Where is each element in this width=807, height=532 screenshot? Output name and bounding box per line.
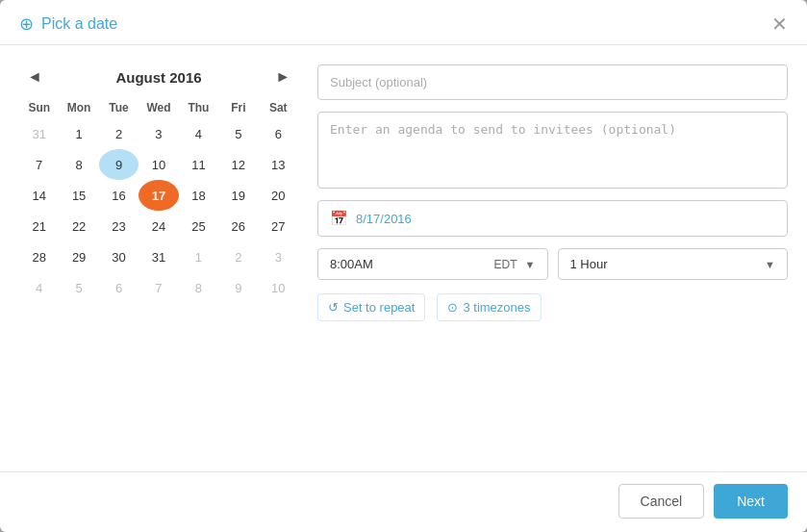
modal-title: ⊕ Pick a date: [19, 13, 117, 35]
prev-month-button[interactable]: ◄: [19, 64, 50, 89]
calendar-day[interactable]: 26: [218, 211, 258, 241]
time-select[interactable]: 8:00AM EDT ▼: [317, 248, 548, 280]
cancel-button[interactable]: Cancel: [618, 484, 705, 519]
calendar-day[interactable]: 21: [19, 211, 59, 241]
calendar-day: 2: [218, 241, 258, 272]
calendar-day: 5: [59, 272, 98, 303]
calendar-day[interactable]: 24: [139, 211, 178, 241]
calendar-day[interactable]: 15: [59, 180, 98, 211]
timezones-button[interactable]: ⊙ 3 timezones: [437, 293, 541, 321]
calendar-day[interactable]: 31: [139, 241, 178, 272]
calendar-day: 6: [99, 272, 139, 303]
calendar-day[interactable]: 8: [59, 149, 98, 180]
close-button[interactable]: ✕: [771, 14, 788, 34]
calendar-day[interactable]: 27: [259, 211, 298, 241]
action-links: ↺ Set to repeat ⊙ 3 timezones: [317, 293, 788, 321]
modal-body: ◄ August 2016 ► SunMonTueWedThuFriSat 31…: [0, 45, 807, 471]
calendar-day: 31: [19, 118, 59, 149]
repeat-icon: ↺: [328, 300, 339, 315]
subject-input[interactable]: [317, 64, 788, 100]
calendar-day[interactable]: 6: [259, 118, 298, 149]
next-month-button[interactable]: ►: [267, 64, 298, 89]
calendar-grid: SunMonTueWedThuFriSat 311234567891011121…: [19, 97, 298, 303]
calendar-day: 9: [218, 272, 258, 303]
duration-select[interactable]: 1 Hour ▼: [558, 248, 789, 280]
calendar-month-year: August 2016: [115, 69, 201, 86]
set-to-repeat-button[interactable]: ↺ Set to repeat: [317, 293, 425, 321]
duration-value: 1 Hour: [570, 257, 766, 271]
calendar-weekday: Tue: [99, 97, 139, 118]
calendar-nav: ◄ August 2016 ►: [19, 64, 298, 89]
set-to-repeat-label: Set to repeat: [343, 300, 415, 315]
calendar-plus-icon: ⊕: [19, 13, 34, 35]
calendar-day[interactable]: 10: [139, 149, 178, 180]
time-row: 8:00AM EDT ▼ 1 Hour ▼: [317, 248, 788, 280]
calendar-day[interactable]: 25: [179, 211, 218, 241]
calendar-day[interactable]: 2: [99, 118, 139, 149]
duration-dropdown-arrow: ▼: [765, 259, 775, 270]
calendar-day[interactable]: 20: [259, 180, 298, 211]
calendar-day[interactable]: 19: [218, 180, 258, 211]
selected-date: 8/17/2016: [356, 212, 412, 226]
calendar-day: 7: [139, 272, 178, 303]
calendar-day[interactable]: 29: [59, 241, 98, 272]
next-button[interactable]: Next: [714, 484, 788, 519]
calendar-day: 4: [19, 272, 59, 303]
calendar-day[interactable]: 3: [139, 118, 178, 149]
clock-icon: ⊙: [447, 300, 458, 315]
calendar-day[interactable]: 1: [59, 118, 98, 149]
modal-header: ⊕ Pick a date ✕: [0, 0, 807, 45]
calendar: ◄ August 2016 ► SunMonTueWedThuFriSat 31…: [19, 64, 298, 303]
calendar-icon: 📅: [330, 210, 348, 227]
date-display[interactable]: 📅 8/17/2016: [317, 200, 788, 237]
calendar-day: 10: [259, 272, 298, 303]
calendar-weekday: Mon: [59, 97, 98, 118]
timezone-badge: EDT: [494, 258, 517, 271]
agenda-input[interactable]: [317, 112, 788, 189]
time-dropdown-arrow: ▼: [525, 259, 536, 270]
calendar-day[interactable]: 14: [19, 180, 59, 211]
calendar-weekday: Wed: [139, 97, 178, 118]
calendar-weekday: Sun: [19, 97, 59, 118]
calendar-day[interactable]: 5: [218, 118, 258, 149]
calendar-day: 3: [259, 241, 298, 272]
calendar-day[interactable]: 30: [99, 241, 139, 272]
modal-title-text: Pick a date: [41, 15, 117, 33]
calendar-day[interactable]: 9: [99, 149, 139, 180]
calendar-day: 8: [179, 272, 218, 303]
calendar-day[interactable]: 17: [139, 180, 178, 211]
time-value: 8:00AM: [330, 257, 494, 271]
pick-a-date-modal: ⊕ Pick a date ✕ ◄ August 2016 ► SunMonTu…: [0, 0, 807, 532]
calendar-weekday: Thu: [179, 97, 218, 118]
calendar-day[interactable]: 22: [59, 211, 98, 241]
calendar-day: 1: [179, 241, 218, 272]
calendar-day[interactable]: 23: [99, 211, 139, 241]
calendar-day[interactable]: 13: [259, 149, 298, 180]
right-panel: 📅 8/17/2016 8:00AM EDT ▼ 1 Hour ▼: [317, 64, 788, 462]
calendar-day[interactable]: 4: [179, 118, 218, 149]
calendar-day[interactable]: 7: [19, 149, 59, 180]
calendar-section: ◄ August 2016 ► SunMonTueWedThuFriSat 31…: [19, 64, 298, 462]
modal-footer: Cancel Next: [0, 471, 807, 532]
calendar-weekday: Fri: [218, 97, 258, 118]
calendar-day[interactable]: 18: [179, 180, 218, 211]
calendar-day[interactable]: 12: [218, 149, 258, 180]
calendar-weekday: Sat: [259, 97, 298, 118]
timezones-label: 3 timezones: [463, 300, 530, 315]
calendar-day[interactable]: 28: [19, 241, 59, 272]
calendar-day[interactable]: 11: [179, 149, 218, 180]
calendar-day[interactable]: 16: [99, 180, 139, 211]
